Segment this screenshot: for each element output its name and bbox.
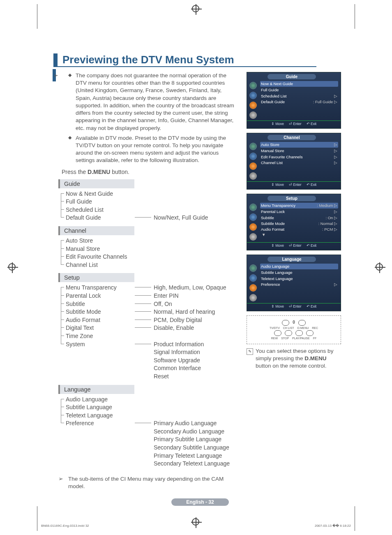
osd-row: Subtitle: On ▷: [260, 215, 338, 221]
tree-row: Scheduled List: [61, 206, 238, 214]
osd-row: Manual Store▷: [260, 148, 338, 154]
osd-footer: ⇕ Move⏎ Enter↶ Exit: [247, 181, 341, 188]
osd-category-icon: [249, 284, 257, 292]
page-number: English - 32: [171, 498, 229, 506]
tree-row: Subtitle ModeNormal, Hard of hearing: [61, 308, 238, 316]
press-instruction: Press the D.MENU button.: [62, 169, 238, 175]
osd-row: Audio Format: PCM ▷: [260, 227, 338, 232]
osd-category-icon: [249, 204, 257, 211]
tree-item-value: High, Medium, Low, Opaque: [154, 284, 238, 292]
tree-row: Subtitle Language: [61, 403, 238, 412]
osd-title: Setup: [267, 196, 316, 201]
osd-row: Now & Next Guide: [260, 81, 338, 87]
note-icon: ✎: [247, 348, 253, 355]
tree-item-label: Manual Store: [61, 245, 135, 253]
dmenu-note: ✎ You can select these options by simply…: [247, 347, 341, 370]
tree-row: SystemProduct Information Signal Informa…: [61, 340, 238, 381]
tree-row: Now & Next Guide: [61, 190, 238, 198]
tree-item-label: Teletext Language: [61, 412, 135, 420]
tree-item-label: Preference: [61, 419, 135, 428]
tree-connector: [135, 344, 151, 344]
tree-item-label: Subtitle Mode: [61, 308, 135, 316]
osd-panel: GuideNow & Next GuideFull GuideScheduled…: [247, 72, 341, 129]
tree-connector: [135, 327, 151, 328]
osd-row: Default Guide: Full Guide ▷: [260, 99, 338, 105]
menu-tree: Audio LanguageSubtitle LanguageTeletext …: [61, 396, 238, 468]
osd-category-icon: [249, 233, 257, 241]
osd-panel: ChannelAuto Store▷Manual Store▷Edit Favo…: [247, 133, 341, 190]
tree-row: Teletext Language: [61, 412, 238, 420]
osd-row: Preference▷: [260, 282, 338, 287]
osd-row: Subtitle Language: [260, 270, 338, 276]
tree-row: Menu TransparencyHigh, Medium, Low, Opaq…: [61, 284, 238, 292]
tree-connector: [135, 320, 151, 320]
tree-item-value: Primary Audio Language Secondary Audio L…: [154, 419, 238, 468]
tree-item-label: Subtitle Language: [61, 403, 135, 412]
tree-row: Parental LockEnter PIN: [61, 292, 238, 300]
osd-row: Auto Store▷: [260, 142, 338, 148]
tree-row: Full Guide: [61, 198, 238, 206]
osd-title: Channel: [267, 135, 316, 140]
osd-panel: SetupMenu Transparency: Medium ▷Parental…: [247, 194, 341, 250]
remote-button: [306, 330, 314, 336]
tree-item-label: Default Guide: [61, 214, 135, 222]
tree-item-value: Enter PIN: [154, 292, 238, 300]
tree-item-value: Disable, Enable: [154, 324, 238, 332]
tree-item-label: Subtitle: [61, 300, 135, 308]
osd-category-icon: [249, 111, 257, 119]
osd-category-icon: [249, 162, 257, 170]
ci-note: The sub-items of the CI Menu may vary de…: [68, 475, 238, 490]
section-head: Language: [58, 385, 134, 394]
tree-row: Default GuideNow/Next, Full Guide: [61, 214, 238, 222]
osd-category-icon: [249, 102, 257, 109]
tree-row: PreferencePrimary Audio Language Seconda…: [61, 419, 238, 468]
remote-button: [282, 320, 289, 326]
tree-row: SubtitleOff, On: [61, 300, 238, 308]
osd-row: Edit Favourite Channels▷: [260, 154, 338, 160]
tree-item-label: Digital Text: [61, 324, 135, 332]
osd-title: Language: [267, 257, 316, 262]
osd-title: Guide: [267, 74, 316, 79]
osd-category-icon: [249, 92, 257, 99]
remote-zero-button: 0: [293, 320, 295, 326]
remote-button: [274, 330, 281, 336]
osd-footer: ⇕ Move⏎ Enter↶ Exit: [247, 120, 341, 127]
osd-category-icon: [249, 223, 257, 231]
tree-item-value: PCM, Dolby Digital: [154, 316, 238, 324]
tree-item-label: Menu Transparency: [61, 284, 135, 292]
section-head: Guide: [58, 179, 134, 188]
menu-tree: Menu TransparencyHigh, Medium, Low, Opaq…: [61, 284, 238, 380]
osd-row: Teletext Language: [260, 276, 338, 282]
tree-row: Auto Store: [61, 237, 238, 245]
osd-footer: ⇕ Move⏎ Enter↶ Exit: [247, 242, 341, 248]
tree-row: Edit Favourite Channels: [61, 253, 238, 261]
tree-connector: [135, 423, 151, 423]
osd-row: Scheduled List▷: [260, 93, 338, 99]
tree-item-value: Normal, Hard of hearing: [154, 308, 238, 316]
tree-connector: [135, 303, 151, 304]
osd-panel: LanguageAudio LanguageSubtitle LanguageT…: [247, 255, 341, 311]
intro-block: ➢ The company does not guarantee the nor…: [53, 72, 238, 164]
tree-item-label: Full Guide: [61, 198, 135, 206]
section-head: Channel: [58, 226, 134, 235]
tree-item-label: Channel List: [61, 261, 135, 269]
osd-row: Subtitle Mode: Normal ▷: [260, 221, 338, 227]
intro-bullet-2: Available in DTV mode. Preset to the DTV…: [68, 134, 238, 164]
tree-item-label: Audio Language: [61, 396, 135, 404]
footer-metadata: BN68-01169C-Eng-0313.indd 32 2007-03-13 …: [0, 524, 392, 528]
tree-item-label: Audio Format: [61, 316, 135, 324]
remote-diagram: 0 TV/DTV CH LIST D.MENU REC REW: [247, 315, 341, 344]
arrow-icon: ➢: [53, 72, 58, 79]
intro-bullet-1: The company does not guarantee the norma…: [68, 72, 238, 132]
tree-row: Manual Store: [61, 245, 238, 253]
osd-row: Full Guide: [260, 87, 338, 93]
tree-item-label: Edit Favourite Channels: [61, 253, 135, 261]
osd-category-icon: [249, 264, 257, 272]
menu-tree: Now & Next GuideFull GuideScheduled List…: [61, 190, 238, 222]
remote-button: [295, 330, 303, 336]
osd-row: Channel List▷: [260, 160, 338, 166]
remote-button: [285, 330, 292, 336]
tree-connector: [135, 217, 151, 218]
tree-item-label: System: [61, 340, 135, 349]
tree-item-label: Now & Next Guide: [61, 190, 135, 198]
